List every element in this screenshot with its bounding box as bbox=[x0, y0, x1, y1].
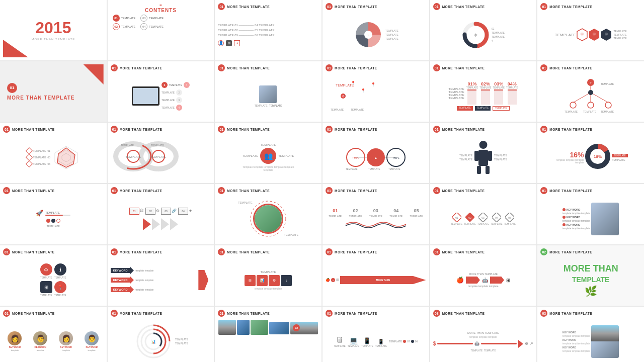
svg-rect-53 bbox=[474, 151, 478, 161]
slide-25[interactable]: 01 MORE THAN TEMPLATE ⚙ TEMPLATE ℹ TEMPL… bbox=[0, 245, 107, 306]
slide-27[interactable]: 01 MORE THAN TEMPLATE TEMPLATE ⊞ 📊 ⚙ ↓ t… bbox=[215, 245, 321, 306]
svg-point-58 bbox=[251, 201, 286, 236]
slide-num-29: 01 bbox=[433, 248, 440, 255]
slide-title-16: MORE THAN TEMPLATE bbox=[335, 128, 377, 131]
slide-num-20: 01 bbox=[111, 187, 118, 194]
slide-10[interactable]: 01 MORE THAN TEMPLATE TEMPLATE 📍 📍 📍 🎯 T… bbox=[323, 61, 429, 122]
svg-marker-29 bbox=[57, 148, 75, 167]
slide-title-23: MORE THAN TEMPLATE bbox=[442, 189, 485, 193]
slide-num-6: 01 bbox=[540, 3, 547, 10]
svg-text:18%: 18% bbox=[594, 154, 602, 159]
slide-18[interactable]: 01 MORE THAN TEMPLATE 16% template templ… bbox=[537, 123, 644, 183]
slide-29[interactable]: 01 MORE THAN TEMPLATE MORE THAN TEMPLATE… bbox=[430, 245, 537, 306]
svg-text:TEMPLATE: TEMPLATE bbox=[388, 168, 400, 170]
slide-24[interactable]: 01 MORE THAN TEMPLATE KEY WORD template … bbox=[537, 184, 644, 244]
svg-rect-54 bbox=[488, 151, 492, 161]
slide-num-12: 01 bbox=[540, 64, 547, 71]
svg-text:⊞: ⊞ bbox=[581, 32, 584, 36]
slide-3[interactable]: 01 MORE THAN TEMPLATE TEMPLATE 01 ──────… bbox=[215, 0, 321, 60]
slide-title-36: MORE THAN TEMPLATE bbox=[549, 312, 592, 315]
slide-13[interactable]: 01 MORE THAN TEMPLATE TEMPLATE01 TEMPLAT… bbox=[0, 123, 107, 183]
slide-title-8: MORE THAN TEMPLATE bbox=[120, 66, 163, 70]
slide-num-35: 08 bbox=[433, 310, 440, 317]
svg-text:TMPL: TMPL bbox=[352, 156, 359, 159]
svg-text:TEMPLATE: TEMPLATE bbox=[125, 155, 141, 158]
slide-section-1[interactable]: 01 MORE THAN TEMPLATE bbox=[0, 61, 107, 122]
svg-text:03: 03 bbox=[482, 216, 485, 219]
slide-title-30: MORE THAN TEMPLATE bbox=[549, 250, 592, 254]
cover-subtitle: MORE THAN TEMPLATE bbox=[31, 38, 75, 41]
slide-9[interactable]: 01 MORE THAN TEMPLATE TEMPLATE TEMPLATE bbox=[215, 61, 321, 122]
slide-33[interactable]: 01 MORE THAN TEMPLATE 02 bbox=[215, 307, 321, 362]
slide-num-13: 01 bbox=[3, 126, 10, 133]
slide-num-19: 01 bbox=[3, 187, 10, 194]
slide-num-22: 01 bbox=[326, 187, 333, 194]
slide-title-4: MORE THAN TEMPLATE bbox=[335, 5, 377, 9]
slide-num-4: 01 bbox=[326, 3, 333, 10]
slide-grid: 2015 MORE THAN TEMPLATE ≡ CONTENTS 01 TE… bbox=[0, 0, 644, 362]
svg-text:TEMPLATE: TEMPLATE bbox=[368, 168, 380, 170]
slide-title-25: MORE THAN TEMPLATE bbox=[12, 250, 55, 254]
svg-text:TEMPLATE: TEMPLATE bbox=[565, 110, 578, 113]
svg-point-24 bbox=[588, 90, 593, 95]
slide-14[interactable]: 01 MORE THAN TEMPLATE TEMPLATE TEMPLATE … bbox=[108, 123, 214, 183]
slide-17[interactable]: 01 MORE THAN TEMPLATE TEMPLATE TEMPLATE … bbox=[430, 123, 537, 183]
slide-12[interactable]: 01 MORE THAN TEMPLATE T TEMPLATE TEMPLAT… bbox=[537, 61, 644, 122]
slide-title-31: MORE THAN TEMPLATE bbox=[12, 312, 55, 315]
svg-rect-50 bbox=[478, 150, 488, 166]
slide-21[interactable]: 01 MORE THAN TEMPLATE TEMPLATE TEMPLATE bbox=[215, 184, 321, 244]
svg-rect-51 bbox=[477, 166, 481, 174]
slide-5[interactable]: 01 MORE THAN TEMPLATE ✈ 01 TEMPLATE TEMP… bbox=[430, 0, 537, 60]
svg-text:✈: ✈ bbox=[473, 33, 477, 38]
svg-text:▲: ▲ bbox=[374, 156, 377, 159]
slide-15[interactable]: 01 MORE THAN TEMPLATE TEMPLATE TEMPLATE … bbox=[215, 123, 321, 183]
slide-31[interactable]: 01 MORE THAN TEMPLATE 👩 KEYWORD template… bbox=[0, 307, 107, 362]
slide-20[interactable]: 01 MORE THAN TEMPLATE 01 🏛 02 ⚙ 03 🔗 04 bbox=[108, 184, 214, 244]
slide-11[interactable]: 01 MORE THAN TEMPLATE TEMPLATETEMPLATETE… bbox=[430, 61, 537, 122]
slide-title-27: MORE THAN TEMPLATE bbox=[227, 250, 270, 254]
slide-num-30: 02 bbox=[540, 248, 547, 255]
slide-title-10: MORE THAN TEMPLATE bbox=[335, 66, 377, 70]
svg-text:05: 05 bbox=[509, 216, 512, 219]
slide-title-5: MORE THAN TEMPLATE bbox=[442, 5, 485, 9]
slide-title-34: MORE THAN TEMPLATE bbox=[335, 312, 377, 315]
svg-point-49 bbox=[479, 141, 487, 149]
slide-title-26: MORE THAN TEMPLATE bbox=[120, 250, 163, 254]
slide-title-17: MORE THAN TEMPLATE bbox=[442, 128, 485, 131]
slide-title-19: MORE THAN TEMPLATE bbox=[12, 189, 55, 193]
slide-6[interactable]: 01 MORE THAN TEMPLATE TEMPLATE ⊞ ⊞ ⊞ TEM… bbox=[537, 0, 644, 60]
svg-text:01: 01 bbox=[455, 216, 458, 219]
slide-30[interactable]: 02 MORE THAN TEMPLATE MORE THAN TEMPLATE… bbox=[537, 245, 644, 306]
slide-num-33: 01 bbox=[218, 310, 225, 317]
slide-32[interactable]: 01 MORE THAN TEMPLATE 📊 TEMPLATE TEMPLAT… bbox=[108, 307, 214, 362]
slide-title-22: MORE THAN TEMPLATE bbox=[335, 189, 377, 193]
slide-19[interactable]: 01 MORE THAN TEMPLATE 🚀 TEMPLATE TEMPLAT… bbox=[0, 184, 107, 244]
slide-26[interactable]: 01 MORE THAN TEMPLATE KEYWORD template t… bbox=[108, 245, 214, 306]
slide-4[interactable]: 01 MORE THAN TEMPLATE → TEMPLATE TEMPLAT… bbox=[323, 0, 429, 60]
svg-text:T: T bbox=[590, 81, 592, 84]
slide-23[interactable]: 01 MORE THAN TEMPLATE 01 TEMPLATE 02 TEM… bbox=[430, 184, 537, 244]
svg-text:TEMPLATE: TEMPLATE bbox=[121, 144, 134, 147]
slide-num-14: 01 bbox=[111, 126, 118, 133]
slide-28[interactable]: 01 MORE THAN TEMPLATE 🍎 → ⊞ MORE THAN bbox=[323, 245, 429, 306]
slide-title-11: MORE THAN TEMPLATE bbox=[442, 66, 485, 70]
slide-title-35: MORE THAN TEMPLATE bbox=[442, 312, 485, 315]
slide-22[interactable]: 01 MORE THAN TEMPLATE 01 02 03 04 05 TEM… bbox=[323, 184, 429, 244]
slide-36[interactable]: 03 MORE THAN TEMPLATE KEY WORD template … bbox=[537, 307, 644, 362]
slide-16[interactable]: 01 MORE THAN TEMPLATE ▲ TMPL TMPL TEMPLA… bbox=[323, 123, 429, 183]
slide-34[interactable]: 01 MORE THAN TEMPLATE 🖥 TEMPLATE 💻 TEMPL… bbox=[323, 307, 429, 362]
svg-text:TEMPLATE: TEMPLATE bbox=[346, 168, 357, 170]
svg-text:⊞: ⊞ bbox=[593, 32, 596, 36]
slide-title-9: MORE THAN TEMPLATE bbox=[227, 66, 270, 70]
slide-title-29: MORE THAN TEMPLATE bbox=[442, 250, 485, 254]
slide-num-21: 01 bbox=[218, 187, 225, 194]
slide-8[interactable]: 01 MORE THAN TEMPLATE 1 TEMPLATE 4 TEMPL… bbox=[108, 61, 214, 122]
slide-title-18: MORE THAN TEMPLATE bbox=[549, 128, 592, 131]
slide-title-15: MORE THAN TEMPLATE bbox=[227, 128, 270, 131]
slide-cover[interactable]: 2015 MORE THAN TEMPLATE bbox=[0, 0, 107, 60]
slide-35[interactable]: 08 MORE THAN TEMPLATE MORE THAN TEMPLATE… bbox=[430, 307, 537, 362]
slide-num-9: 01 bbox=[218, 64, 225, 71]
section-label: MORE THAN TEMPLATE bbox=[7, 95, 74, 101]
slide-contents[interactable]: ≡ CONTENTS 01 TEMPLATE 02 TEMPLATE bbox=[108, 0, 214, 60]
slide-num-36: 03 bbox=[540, 310, 547, 317]
